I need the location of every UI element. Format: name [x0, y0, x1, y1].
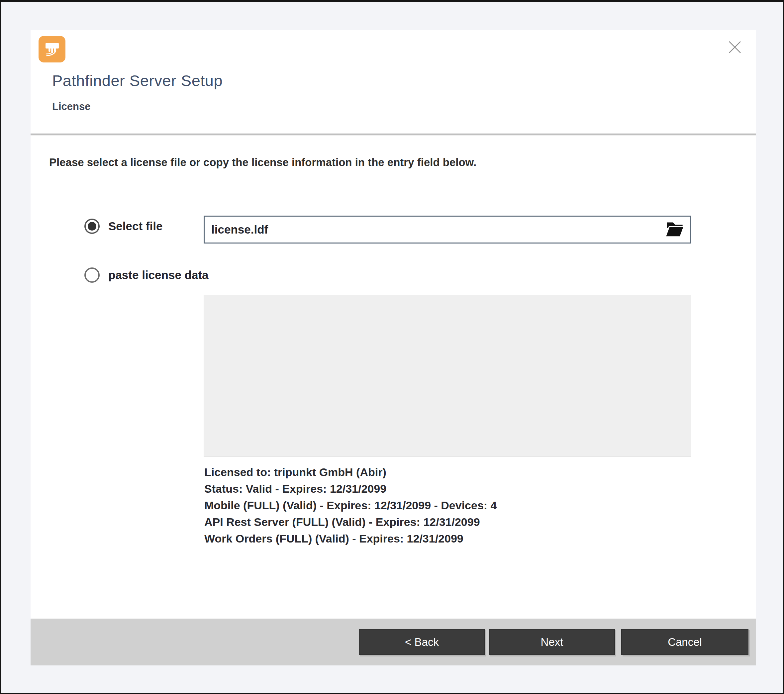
license-info-line: Mobile (FULL) (Valid) - Expires: 12/31/2…	[204, 497, 497, 514]
page-title: Pathfinder Server Setup	[52, 71, 222, 90]
back-button[interactable]: < Back	[359, 629, 485, 655]
radio-dot	[88, 222, 96, 231]
select-file-label: Select file	[108, 219, 163, 233]
next-button[interactable]: Next	[489, 629, 615, 655]
close-button[interactable]	[723, 37, 746, 58]
pathfinder-logo-icon	[43, 39, 62, 59]
paste-license-radio[interactable]: paste license data	[84, 267, 209, 283]
setup-dialog: Pathfinder Server Setup License Please s…	[31, 30, 756, 666]
paste-license-label: paste license data	[108, 269, 209, 282]
instruction-text: Please select a license file or copy the…	[49, 156, 476, 169]
license-data-textarea[interactable]	[204, 295, 691, 457]
folder-open-icon	[664, 219, 686, 241]
page-subtitle: License	[52, 101, 91, 113]
screen-background: Pathfinder Server Setup License Please s…	[0, 0, 784, 694]
radio-unselected-icon	[84, 267, 100, 283]
radio-selected-icon	[84, 219, 100, 234]
license-info-line: Work Orders (FULL) (Valid) - Expires: 12…	[204, 530, 497, 547]
license-info-block: Licensed to: tripunkt GmbH (Abir) Status…	[204, 464, 497, 547]
select-file-radio[interactable]: Select file	[84, 219, 163, 234]
app-logo	[38, 36, 66, 63]
close-icon	[728, 41, 742, 55]
header-divider	[31, 134, 756, 135]
browse-button[interactable]	[660, 217, 690, 242]
license-info-line: Status: Valid - Expires: 12/31/2099	[204, 480, 497, 497]
license-file-input[interactable]	[205, 217, 660, 242]
license-info-line: API Rest Server (FULL) (Valid) - Expires…	[204, 514, 497, 530]
license-file-field	[204, 216, 691, 244]
license-info-line: Licensed to: tripunkt GmbH (Abir)	[204, 464, 497, 480]
footer-bar: < Back Next Cancel	[31, 618, 756, 666]
cancel-button[interactable]: Cancel	[621, 629, 748, 655]
